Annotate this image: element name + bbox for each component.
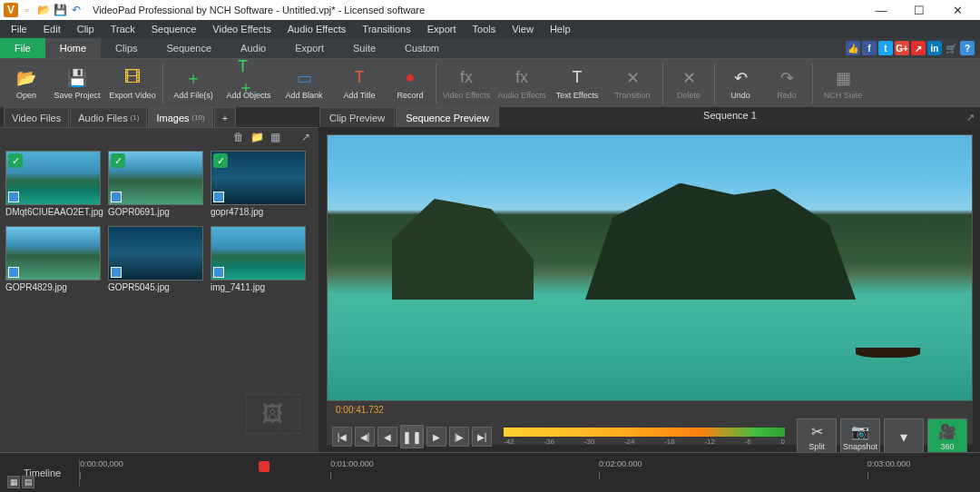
preview-panel: Clip Preview Sequence Preview Sequence 1… [318,107,980,452]
sequence-name: Sequence 1 [500,107,960,127]
bin-tab-images[interactable]: Images(10) [148,107,212,127]
thumbnail-image [211,226,306,280]
timeline[interactable]: ▦ ▤ Timeline 0:00:00,0000:01:00.0000:02:… [0,452,980,492]
transport-bar: 0:00:41.732 |◀ ◀| ◀ ❚❚ ▶ |▶ ▶| -42-36-30… [327,401,973,445]
open-button[interactable]: 📂Open [4,61,49,106]
twitter-icon[interactable]: t [878,41,893,55]
record-button[interactable]: ●Record [387,61,433,106]
360-button[interactable]: 🎥360 [927,418,967,455]
like-icon[interactable]: 👍 [846,41,860,55]
thumbnail-image: ✓ [108,151,203,205]
close-button[interactable]: ✕ [938,0,976,20]
minimize-button[interactable]: — [862,0,900,20]
thumbnail[interactable]: img_7411.jpg [211,226,306,294]
step-fwd-button[interactable]: ▶ [426,427,446,447]
cart-icon[interactable]: 🛒 [944,41,958,55]
record-icon: ● [399,67,421,89]
tl-btn1-icon[interactable]: ▦ [7,476,20,488]
maximize-button[interactable]: ☐ [900,0,938,20]
thumbnail-image [5,226,101,280]
grid-view-icon[interactable]: ▦ [268,130,282,144]
ribbon-tab-clips[interactable]: Clips [101,38,152,58]
thumbnail[interactable]: ✓DMqt6CIUEAAO2ET.jpg [5,151,101,219]
menu-view[interactable]: View [505,22,541,36]
image-badge-icon [213,192,224,202]
audio-effects-button: fxAudio Effects [495,61,549,106]
undo-button[interactable]: ↶Undo [718,61,763,106]
undock-icon[interactable]: ↗ [960,107,980,127]
ribbon-tab-suite[interactable]: Suite [338,38,390,58]
split-button[interactable]: ✂Split [797,418,837,455]
ribbon-tabs: File HomeClipsSequenceAudioExportSuiteCu… [0,38,980,58]
playhead[interactable] [259,461,270,472]
folder-icon[interactable]: 📁 [250,130,264,144]
video-preview[interactable] [327,134,973,401]
qa-undo-icon[interactable]: ↶ [69,3,83,17]
menu-audio-effects[interactable]: Audio Effects [280,22,354,36]
add-files-button[interactable]: ＋Add File(s) [166,61,220,106]
share-icon[interactable]: ↗ [911,41,926,55]
bin-tab-audio-files[interactable]: Audio Files(1) [70,107,147,127]
google-plus-icon[interactable]: G+ [895,41,909,55]
menu-sequence[interactable]: Sequence [144,22,204,36]
options-button[interactable]: ▾ [884,418,924,455]
delete-label: Delete [677,91,701,100]
add-blank-button[interactable]: ▭Add Blank [277,61,331,106]
tl-btn2-icon[interactable]: ▤ [22,476,34,488]
thumbnail-caption: gopr4718.jpg [211,205,306,219]
menu-tools[interactable]: Tools [466,22,504,36]
pause-button[interactable]: ❚❚ [400,425,424,448]
step-back-button[interactable]: ◀ [377,427,397,447]
qa-new-icon[interactable]: ▫ [20,3,34,17]
thumbnail[interactable]: ✓gopr4718.jpg [211,151,306,219]
menu-transitions[interactable]: Transitions [355,22,417,36]
menu-help[interactable]: Help [543,22,578,36]
ribbon-tab-audio[interactable]: Audio [226,38,280,58]
facebook-icon[interactable]: f [862,41,877,55]
ribbon-tab-home[interactable]: Home [45,38,101,58]
menu-clip[interactable]: Clip [70,22,102,36]
next-frame-button[interactable]: |▶ [449,427,469,447]
add-title-button[interactable]: TAdd Title [332,61,387,106]
bin-grid[interactable]: ✓DMqt6CIUEAAO2ET.jpg✓GOPR0691.jpg✓gopr47… [0,145,318,452]
ribbon-tab-sequence[interactable]: Sequence [152,38,227,58]
snapshot-button[interactable]: 📷Snapshot [840,418,880,455]
linkedin-icon[interactable]: in [927,41,942,55]
bin-tab-add[interactable]: + [214,107,236,127]
help-icon[interactable]: ? [960,41,975,55]
menu-export[interactable]: Export [420,22,464,36]
menu-file[interactable]: File [4,22,34,36]
bin-tabs: Video FilesAudio Files(1)Images(10)+ [0,107,318,127]
ribbon-tab-export[interactable]: Export [280,38,338,58]
tab-clip-preview[interactable]: Clip Preview [319,107,395,127]
qa-save-icon[interactable]: 💾 [53,3,67,17]
add-objects-button[interactable]: T＋Add Objects [221,61,276,106]
bin-tab-video-files[interactable]: Video Files [4,107,69,127]
timeline-ruler[interactable]: 0:00:00,0000:01:00.0000:02:00.0000:03:00… [80,459,975,487]
check-icon: ✓ [111,153,125,168]
ribbon-tab-custom[interactable]: Custom [390,38,454,58]
save-project-button[interactable]: 💾Save Project [50,61,104,106]
tab-sequence-preview[interactable]: Sequence Preview [396,107,499,127]
thumbnail[interactable]: GOPR4829.jpg [5,226,101,294]
goto-start-button[interactable]: |◀ [332,427,352,447]
goto-end-button[interactable]: ▶| [472,427,492,447]
ribbon-tab-file[interactable]: File [0,38,45,58]
thumbnail[interactable]: ✓GOPR0691.jpg [108,151,203,219]
thumbnail-caption: GOPR0691.jpg [108,205,203,219]
delete-button: ✕Delete [666,61,711,106]
export-video-button[interactable]: 🎞Export Video [105,61,160,106]
detach-icon[interactable]: ↗ [299,130,313,144]
menu-edit[interactable]: Edit [36,22,68,36]
prev-frame-button[interactable]: ◀| [355,427,375,447]
text-effects-button[interactable]: TText Effects [550,61,604,106]
delete-icon[interactable]: 🗑 [231,130,246,144]
menu-video-effects[interactable]: Video Effects [205,22,278,36]
add-files-icon: ＋ [182,67,204,89]
timeline-tick: 0:00:00,000 [80,459,123,468]
menu-track[interactable]: Track [103,22,142,36]
preview-tabs: Clip Preview Sequence Preview Sequence 1… [319,107,980,127]
qa-open-icon[interactable]: 📂 [36,3,51,17]
thumbnail[interactable]: GOPR5045.jpg [108,226,203,294]
camera-icon: 📷 [851,423,869,440]
